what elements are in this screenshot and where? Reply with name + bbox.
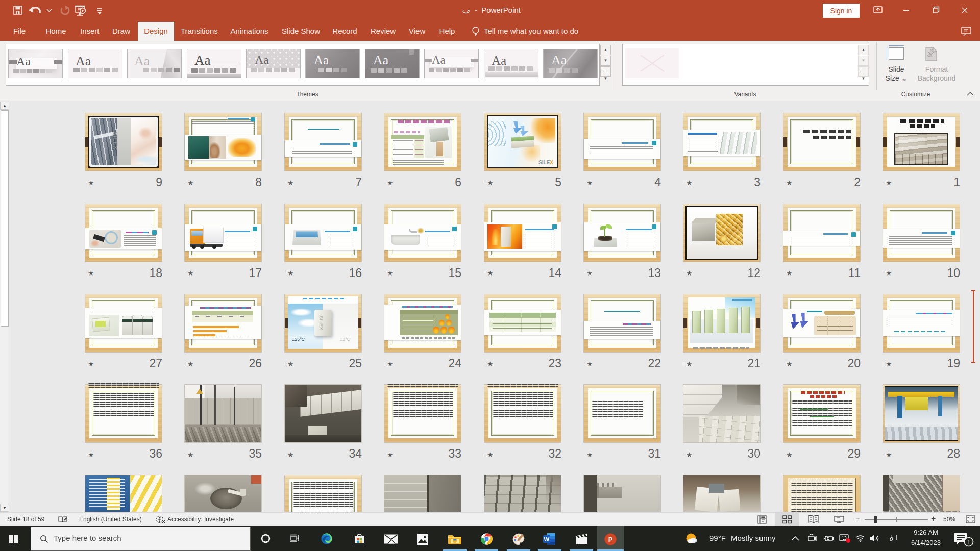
- svg-text:P: P: [608, 536, 613, 543]
- svg-text:W: W: [544, 536, 550, 542]
- svg-text:1: 1: [967, 539, 971, 546]
